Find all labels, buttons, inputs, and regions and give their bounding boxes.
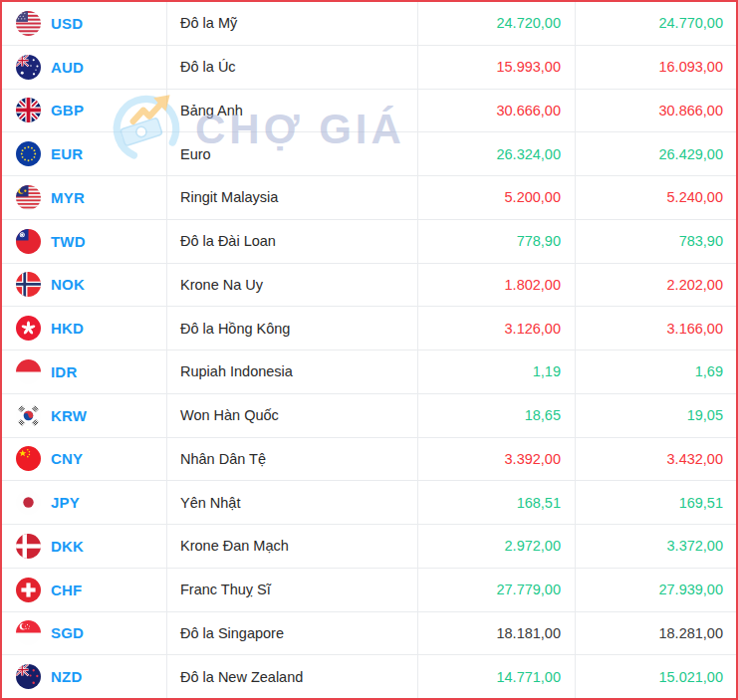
buy-rate: 5.200,00 xyxy=(418,176,576,219)
table-row: NOKKrone Na Uy1.802,002.202,00 xyxy=(2,264,736,308)
table-row: CHFFranc Thuỵ Sĩ27.779,0027.939,00 xyxy=(2,569,736,612)
sell-rate: 18.281,00 xyxy=(576,612,736,655)
currency-cell: NZD xyxy=(2,655,167,698)
flag-sgd-icon xyxy=(16,620,41,645)
currency-cell: AUD xyxy=(2,46,167,89)
currency-cell: NOK xyxy=(2,264,167,307)
currency-code-link[interactable]: NZD xyxy=(51,668,82,685)
currency-name: Đô la Đài Loan xyxy=(167,220,418,263)
currency-cell: KRW xyxy=(2,394,167,437)
currency-code-link[interactable]: IDR xyxy=(51,363,77,380)
table-row: USDĐô la Mỹ24.720,0024.770,00 xyxy=(2,2,736,46)
flag-aud-icon xyxy=(16,55,41,80)
currency-name: Đô la Singapore xyxy=(167,612,418,655)
sell-rate: 15.021,00 xyxy=(576,655,736,698)
table-row: GBPBảng Anh30.666,0030.866,00 xyxy=(2,90,736,133)
sell-rate: 19,05 xyxy=(576,394,736,437)
currency-code-link[interactable]: GBP xyxy=(51,102,84,118)
sell-rate: 3.166,00 xyxy=(576,307,736,350)
sell-rate: 2.202,00 xyxy=(576,264,736,307)
buy-rate: 30.666,00 xyxy=(418,90,576,132)
buy-rate: 1.802,00 xyxy=(418,264,576,307)
flag-nzd-icon xyxy=(16,664,41,689)
flag-idr-icon xyxy=(16,359,41,384)
currency-name: Nhân Dân Tệ xyxy=(167,438,418,481)
currency-code-link[interactable]: DKK xyxy=(51,538,84,555)
buy-rate: 1,19 xyxy=(418,350,576,393)
currency-name: Krone Đan Mạch xyxy=(167,525,418,568)
table-row: JPYYên Nhật168,51169,51 xyxy=(2,481,736,525)
currency-name: Đô la Mỹ xyxy=(167,2,418,45)
sell-rate: 24.770,00 xyxy=(576,2,736,45)
currency-code-link[interactable]: NOK xyxy=(51,276,85,293)
currency-name: Franc Thuỵ Sĩ xyxy=(167,569,418,611)
currency-name: Bảng Anh xyxy=(167,90,418,132)
currency-cell: TWD xyxy=(2,220,167,263)
currency-code-link[interactable]: JPY xyxy=(51,494,80,511)
currency-name: Đô la Úc xyxy=(167,46,418,89)
currency-cell: EUR xyxy=(2,132,167,175)
buy-rate: 2.972,00 xyxy=(418,525,576,568)
table-row: SGDĐô la Singapore18.181,0018.281,00 xyxy=(2,612,736,656)
sell-rate: 27.939,00 xyxy=(576,569,736,611)
table-row: KRWWon Hàn Quốc18,6519,05 xyxy=(2,394,736,438)
flag-nok-icon xyxy=(16,272,41,297)
table-row: AUDĐô la Úc15.993,0016.093,00 xyxy=(2,46,736,90)
buy-rate: 778,90 xyxy=(418,220,576,263)
sell-rate: 169,51 xyxy=(576,481,736,524)
flag-hkd-icon xyxy=(16,316,41,341)
currency-cell: HKD xyxy=(2,307,167,350)
currency-name: Euro xyxy=(167,132,418,175)
currency-code-link[interactable]: MYR xyxy=(51,189,85,206)
exchange-rate-page: USDĐô la Mỹ24.720,0024.770,00AUDĐô la Úc… xyxy=(0,0,738,700)
currency-cell: SGD xyxy=(2,612,167,655)
buy-rate: 14.771,00 xyxy=(418,655,576,698)
table-row: TWDĐô la Đài Loan778,90783,90 xyxy=(2,220,736,264)
currency-cell: CHF xyxy=(2,569,167,611)
sell-rate: 26.429,00 xyxy=(576,132,736,175)
buy-rate: 24.720,00 xyxy=(418,2,576,45)
currency-cell: JPY xyxy=(2,481,167,524)
currency-code-link[interactable]: SGD xyxy=(51,624,84,641)
currency-name: Yên Nhật xyxy=(167,481,418,524)
sell-rate: 1,69 xyxy=(576,350,736,393)
flag-myr-icon xyxy=(16,185,41,210)
flag-chf-icon xyxy=(16,578,41,602)
flag-usd-icon xyxy=(16,11,41,36)
currency-cell: CNY xyxy=(2,438,167,481)
currency-code-link[interactable]: USD xyxy=(51,15,83,32)
currency-name: Rupiah Indonesia xyxy=(167,350,418,393)
buy-rate: 3.392,00 xyxy=(418,438,576,481)
sell-rate: 783,90 xyxy=(576,220,736,263)
currency-code-link[interactable]: EUR xyxy=(51,145,83,162)
currency-cell: GBP xyxy=(2,90,167,132)
currency-cell: MYR xyxy=(2,176,167,219)
currency-cell: USD xyxy=(2,2,167,45)
currency-code-link[interactable]: AUD xyxy=(51,59,84,76)
table-row: DKKKrone Đan Mạch2.972,003.372,00 xyxy=(2,525,736,569)
flag-cny-icon xyxy=(16,446,41,471)
table-row: EUREuro26.324,0026.429,00 xyxy=(2,132,736,176)
sell-rate: 5.240,00 xyxy=(576,176,736,219)
buy-rate: 27.779,00 xyxy=(418,569,576,611)
currency-name: Đô la Hồng Kông xyxy=(167,307,418,350)
buy-rate: 15.993,00 xyxy=(418,46,576,89)
sell-rate: 3.432,00 xyxy=(576,438,736,481)
flag-krw-icon xyxy=(16,403,41,428)
currency-code-link[interactable]: HKD xyxy=(51,320,84,337)
currency-cell: DKK xyxy=(2,525,167,568)
buy-rate: 3.126,00 xyxy=(418,307,576,350)
flag-twd-icon xyxy=(16,229,41,254)
currency-name: Krone Na Uy xyxy=(167,264,418,307)
buy-rate: 18,65 xyxy=(418,394,576,437)
currency-code-link[interactable]: TWD xyxy=(51,233,86,250)
currency-code-link[interactable]: CNY xyxy=(51,450,83,467)
currency-code-link[interactable]: KRW xyxy=(51,407,87,424)
table-row: CNYNhân Dân Tệ3.392,003.432,00 xyxy=(2,438,736,482)
currency-name: Won Hàn Quốc xyxy=(167,394,418,437)
currency-name: Ringit Malaysia xyxy=(167,176,418,219)
sell-rate: 16.093,00 xyxy=(576,46,736,89)
table-row: IDRRupiah Indonesia1,191,69 xyxy=(2,350,736,394)
currency-code-link[interactable]: CHF xyxy=(51,582,82,598)
buy-rate: 168,51 xyxy=(418,481,576,524)
